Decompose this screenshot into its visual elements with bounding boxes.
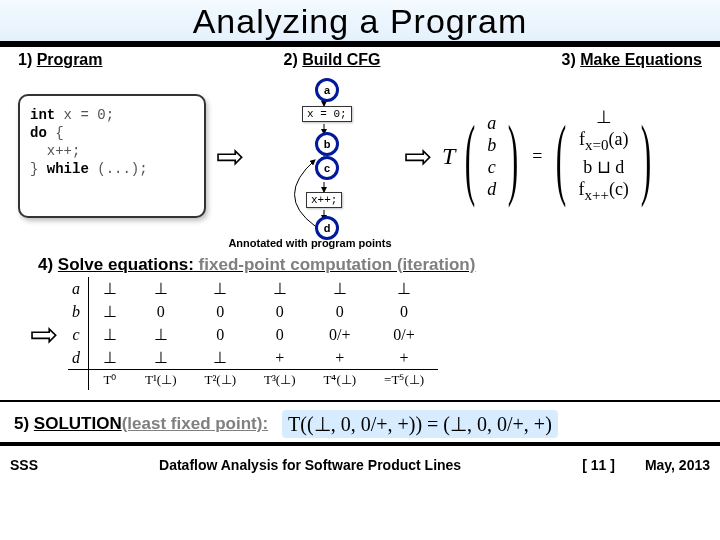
hdr-solve: 4) Solve equations: fixed-point computat… [0, 249, 720, 277]
cfg-stmt-2: x++; [306, 192, 342, 208]
code-box: int x = 0; do { x++; } while (...); [18, 94, 206, 218]
top-row: int x = 0; do { x++; } while (...); ⇨ a … [0, 71, 720, 241]
hdr-cfg: 2) Build CFG [284, 51, 381, 69]
iteration-table-block: ⇨ a ⊥⊥⊥⊥⊥⊥ b ⊥00000 c ⊥⊥000/+0/+ d ⊥⊥⊥++… [0, 277, 720, 390]
footer: SSS Dataflow Analysis for Software Produ… [0, 442, 720, 484]
pp-d: d [315, 216, 339, 240]
equation-block: T ( a b c d ) = ( ⊥ fx=0(a) b ⊔ d fx++(c… [442, 106, 661, 205]
footer-page: [ 11 ] [582, 457, 615, 473]
iteration-table: a ⊥⊥⊥⊥⊥⊥ b ⊥00000 c ⊥⊥000/+0/+ d ⊥⊥⊥+++ … [68, 277, 438, 390]
slide-title: Analyzing a Program [0, 0, 720, 47]
footer-center: Dataflow Analysis for Software Product L… [38, 457, 582, 473]
cfg-diagram: a x = 0; b c x++; d [254, 76, 394, 236]
hdr-eqs: 3) Make Equations [561, 51, 702, 69]
pp-c: c [315, 156, 339, 180]
slide-title-text: Analyzing a Program [0, 2, 720, 43]
pp-a: a [315, 78, 339, 102]
arrow-icon: ⇨ [206, 136, 254, 176]
section-headers: 1) Program 2) Build CFG 3) Make Equation… [0, 47, 720, 71]
arrow-icon: ⇨ [394, 136, 442, 176]
solution-equation: T((⊥, 0, 0/+, +)) = (⊥, 0, 0/+, +) [282, 410, 558, 438]
footer-left: SSS [10, 457, 38, 473]
eq-T: T [442, 143, 455, 170]
eq-rhs-vec: ⊥ fx=0(a) b ⊔ d fx++(c) [576, 106, 630, 205]
annotated-caption: Annotated with program points [210, 237, 410, 249]
pp-b: b [315, 132, 339, 156]
footer-right: May, 2013 [645, 457, 710, 473]
solution-row: 5) SOLUTION (least fixed point): T((⊥, 0… [0, 404, 720, 442]
arrow-icon: ⇨ [20, 314, 68, 354]
cfg-stmt-1: x = 0; [302, 106, 352, 122]
eq-equals: = [528, 146, 546, 167]
hdr-program: 1) Program [18, 51, 102, 69]
eq-lhs-vec: a b c d [485, 112, 498, 200]
